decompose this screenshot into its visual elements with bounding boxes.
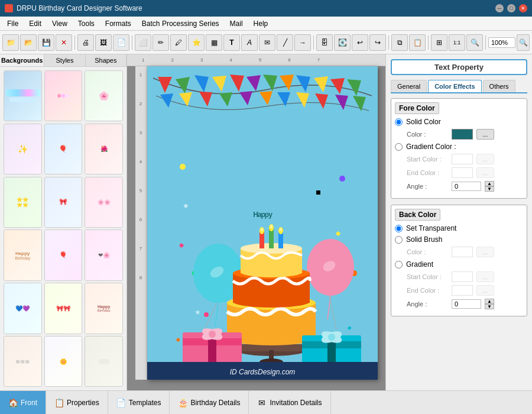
fore-end-browse[interactable]: ... (476, 167, 494, 178)
tb-new[interactable]: 📁 (2, 34, 19, 51)
menu-file[interactable]: File (2, 18, 23, 29)
menu-batch[interactable]: Batch Processing Series (137, 18, 224, 29)
tb-email[interactable]: ✉ (259, 34, 275, 51)
back-transparent-label: Set Transparent (406, 224, 456, 232)
thumb-8[interactable]: 🎀 (44, 177, 83, 228)
close-button[interactable]: ✕ (519, 4, 527, 12)
back-angle-input[interactable] (452, 299, 481, 309)
thumb-14[interactable]: 🎀🎀 (44, 283, 83, 334)
menu-view[interactable]: View (47, 18, 72, 29)
tb-paste[interactable]: 📋 (409, 34, 426, 51)
fore-angle-down[interactable]: ▼ (485, 186, 494, 192)
tb-barcode[interactable]: ▦ (206, 34, 222, 51)
tb-star[interactable]: ⭐ (188, 34, 205, 51)
thumb-3[interactable]: 🌸 (85, 70, 123, 121)
thumb-18[interactable]: ░░░ (85, 336, 123, 387)
tb-table[interactable]: ⊞ (431, 34, 447, 51)
fore-angle-spin: ▲ ▼ (485, 181, 494, 192)
tb-draw[interactable]: ✏ (153, 34, 169, 51)
bottom-tab-templates[interactable]: 📄 Templates (108, 391, 170, 414)
thumb-9[interactable]: 🌸🌸 (85, 177, 123, 228)
tb-zoomin[interactable]: 🔍 (466, 34, 483, 51)
prop-tab-others[interactable]: Others (483, 80, 515, 92)
back-color-swatch[interactable] (452, 247, 473, 257)
back-start-browse[interactable]: ... (476, 271, 494, 282)
prop-tab-color-effects[interactable]: Color Effects (428, 80, 481, 92)
fore-solid-radio[interactable] (395, 118, 403, 126)
menu-formats[interactable]: Formats (100, 18, 136, 29)
menu-help[interactable]: Help (249, 18, 273, 29)
thumb-4[interactable]: ✨ (4, 124, 42, 174)
svg-point-74 (209, 331, 216, 338)
fore-end-swatch[interactable] (452, 167, 473, 178)
thumb-16[interactable]: ≋≋≋ (4, 336, 42, 387)
svg-text:Happy: Happy (253, 211, 273, 219)
tb-preview[interactable]: 🖼 (95, 34, 112, 51)
tb-db[interactable]: 🗄 (316, 34, 333, 51)
fore-gradient-radio[interactable] (395, 143, 403, 151)
tb-text[interactable]: T (223, 34, 240, 51)
tb-undo[interactable]: ↩ (352, 34, 368, 51)
back-angle-down[interactable]: ▼ (485, 304, 494, 309)
window-controls: ─ □ ✕ (495, 4, 527, 12)
back-start-swatch[interactable] (452, 271, 473, 282)
back-solid-radio[interactable] (395, 236, 403, 244)
thumb-5[interactable]: 🎈 (44, 124, 83, 174)
fore-start-browse[interactable]: ... (476, 154, 494, 164)
back-gradient-radio[interactable] (395, 261, 403, 269)
tab-styles[interactable]: Styles (44, 54, 85, 66)
back-angle-up[interactable]: ▲ (485, 299, 494, 304)
maximize-button[interactable]: □ (507, 4, 515, 12)
back-end-browse[interactable]: ... (476, 285, 494, 296)
tb-wordart[interactable]: A (241, 34, 258, 51)
thumb-11[interactable]: 🎈 (44, 229, 83, 280)
bottom-tab-properties[interactable]: 📋 Properties (46, 391, 108, 414)
zoom-out[interactable]: 🔍 (517, 34, 530, 51)
tb-open[interactable]: 📂 (20, 34, 37, 51)
back-end-swatch[interactable] (452, 285, 473, 296)
tb-arrow[interactable]: → (294, 34, 311, 51)
thumb-15[interactable]: Happy Birthday (85, 283, 123, 334)
thumb-2[interactable] (44, 70, 83, 121)
invitation-icon: ✉ (257, 398, 267, 407)
thumb-13[interactable]: 💙💜 (4, 283, 42, 334)
fore-start-swatch[interactable] (452, 154, 473, 164)
back-transparent-radio[interactable] (395, 225, 403, 232)
thumb-1[interactable] (4, 70, 42, 121)
tb-print[interactable]: 🖨 (77, 34, 94, 51)
tb-db2[interactable]: 💽 (334, 34, 351, 51)
tb-page[interactable]: 📄 (113, 34, 129, 51)
menu-tools[interactable]: Tools (73, 18, 99, 29)
prop-tab-general[interactable]: General (391, 80, 427, 92)
svg-point-1 (180, 164, 186, 170)
tb-delete[interactable]: ✕ (56, 34, 72, 51)
menu-edit[interactable]: Edit (24, 18, 46, 29)
tb-line[interactable]: ╱ (277, 34, 293, 51)
thumb-6[interactable]: 🌺 (85, 124, 123, 174)
tb-shapes[interactable]: ⬜ (135, 34, 151, 51)
zoom-input[interactable] (488, 37, 515, 48)
fore-color-browse[interactable]: ... (476, 129, 494, 140)
tb-pen[interactable]: 🖊 (170, 34, 187, 51)
card-canvas[interactable]: ★ ★ ★ (147, 66, 378, 380)
tab-shapes[interactable]: Shapes (86, 54, 126, 66)
fore-color-swatch[interactable] (452, 129, 473, 140)
thumb-10[interactable]: Happy Birthday (4, 229, 42, 280)
tb-save[interactable]: 💾 (38, 34, 54, 51)
menu-mail[interactable]: Mail (225, 18, 248, 29)
tb-copy[interactable]: ⧉ (391, 34, 408, 51)
tb-redo[interactable]: ↪ (369, 34, 386, 51)
minimize-button[interactable]: ─ (495, 4, 504, 12)
thumb-7[interactable]: ⭐⭐⭐⭐ (4, 177, 42, 228)
tb-11[interactable]: 1:1 (449, 34, 465, 51)
bottom-tab-front[interactable]: 🏠 Front (0, 391, 46, 414)
bottom-tab-birthday[interactable]: 🎂 Birthday Details (170, 391, 249, 414)
bottom-tab-invitation[interactable]: ✉ Invitation Details (249, 391, 330, 414)
thumb-17[interactable]: 🌼 (44, 336, 83, 387)
templates-icon: 📄 (116, 398, 126, 407)
thumb-12[interactable]: ❤🌸 (85, 229, 123, 280)
fore-angle-up[interactable]: ▲ (485, 181, 494, 186)
fore-angle-input[interactable] (452, 182, 481, 191)
back-color-browse[interactable]: ... (476, 247, 494, 257)
tab-backgrounds[interactable]: Backgrounds (0, 54, 44, 66)
